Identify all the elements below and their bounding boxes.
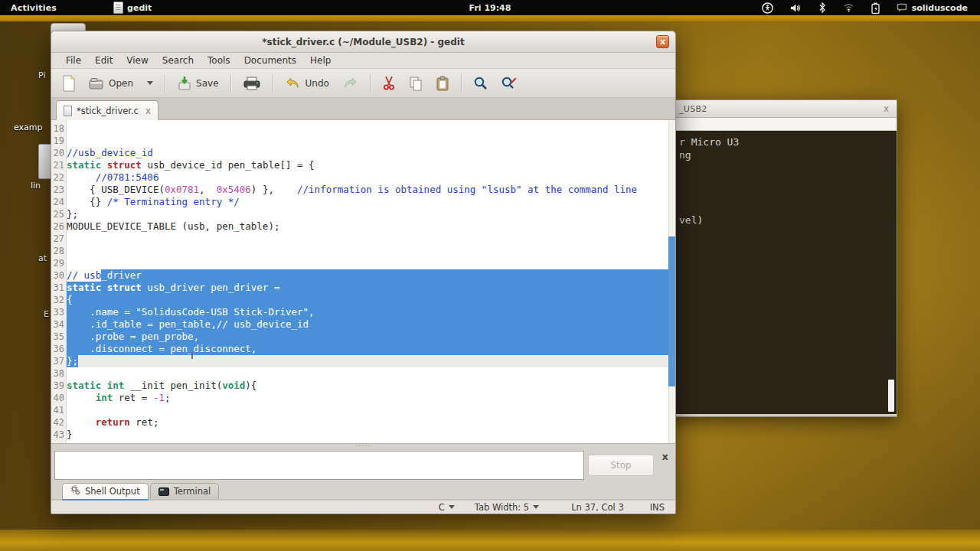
save-button-label: Save [196, 78, 218, 89]
toolbar-separator [461, 74, 462, 93]
code-line-20[interactable]: //usb_device_id [67, 147, 675, 159]
line-number: 37 [51, 355, 64, 367]
code-line-39[interactable]: static int __init pen_init(void){ [67, 380, 675, 392]
desktop-icon-label[interactable]: examp [14, 122, 43, 132]
editor-scrollbar[interactable] [668, 120, 675, 443]
cut-button[interactable] [377, 73, 400, 94]
user-menu[interactable]: soliduscode [897, 3, 968, 13]
code-line-34[interactable]: .id_table = pen_table,// usb_device_id [67, 318, 675, 331]
line-number: 42 [51, 416, 64, 429]
line-number: 41 [51, 404, 64, 416]
activities-button[interactable]: Activities [0, 3, 67, 13]
code-line-33[interactable]: .name = "SolidusCode-USB Stick-Driver", [67, 306, 675, 318]
desktop-icon-label[interactable]: lin [31, 181, 41, 191]
code-line-23[interactable]: { USB_DEVICE(0x0781, 0x5406) }, //inform… [67, 184, 675, 196]
chat-icon [897, 3, 907, 12]
code-line-29[interactable] [67, 257, 675, 269]
code-line-38[interactable] [67, 367, 675, 380]
wallpaper-top-band [0, 15, 980, 21]
bluetooth-icon[interactable] [818, 2, 826, 13]
code-line-18[interactable] [67, 122, 675, 135]
redo-button[interactable] [337, 73, 363, 93]
toolbar-separator [165, 74, 165, 93]
line-number: 36 [51, 343, 64, 355]
code-line-25[interactable]: }; [67, 208, 675, 220]
open-button[interactable]: Open [83, 73, 138, 93]
gears-icon [70, 485, 80, 497]
line-number: 32 [51, 294, 64, 306]
open-recent-dropdown[interactable] [141, 78, 158, 88]
desktop-icon[interactable] [38, 144, 51, 179]
terminal-close-button[interactable]: x [884, 103, 889, 114]
tab-terminal[interactable]: Terminal [150, 483, 220, 499]
print-button[interactable] [238, 73, 266, 94]
code-line-30[interactable]: // usb_driver [67, 269, 675, 282]
find-button[interactable] [469, 73, 493, 94]
mouse-cursor: I [191, 350, 198, 361]
code-line-36[interactable]: .disconnect = pen_disconnect, [67, 343, 675, 355]
code-line-19[interactable] [67, 135, 675, 147]
bottom-panel-tabs: Shell Output Terminal [51, 482, 675, 500]
panel-splitter[interactable]: ····· [51, 443, 675, 448]
undo-button-label: Undo [305, 78, 329, 89]
shell-output-view[interactable] [54, 451, 584, 480]
menu-edit[interactable]: Edit [88, 55, 119, 66]
code-line-40[interactable]: int ret = -1; [67, 392, 675, 404]
copy-button[interactable] [403, 73, 428, 94]
menu-file[interactable]: File [59, 55, 88, 66]
menu-view[interactable]: View [119, 55, 155, 66]
code-line-22[interactable]: //0781:5406 [67, 171, 675, 184]
tab-width-selector[interactable]: Tab Width: 5 [475, 502, 539, 513]
text-editor-area[interactable]: 1819202122232425262728293031323334353637… [51, 120, 675, 443]
code-area[interactable]: //usb_device_idstatic struct usb_device_… [67, 120, 675, 443]
terminal-scrollbar[interactable] [888, 380, 894, 412]
tab-close-icon[interactable]: x [145, 106, 151, 116]
status-bar: C Tab Width: 5 Ln 37, Col 3 INS [51, 500, 675, 514]
document-tab-label: *stick_driver.c [77, 106, 139, 116]
code-line-32[interactable]: { [67, 294, 675, 306]
window-close-button[interactable]: x [656, 35, 669, 48]
panel-close-icon[interactable]: x [662, 451, 668, 462]
menu-tools[interactable]: Tools [201, 55, 237, 66]
desktop-icon-label[interactable]: E [44, 309, 49, 319]
menu-help[interactable]: Help [303, 55, 338, 66]
code-line-31[interactable]: static struct usb_driver pen_driver = [67, 282, 675, 294]
code-line-42[interactable]: return ret; [67, 416, 675, 429]
code-line-41[interactable] [67, 404, 675, 416]
code-line-26[interactable]: MODULE_DEVICE_TABLE (usb, pen_table); [67, 220, 675, 233]
gedit-titlebar[interactable]: *stick_driver.c (~/Module_USB2) - gedit … [51, 31, 675, 53]
focused-app-indicator[interactable]: gedit [113, 2, 152, 14]
terminal-icon [158, 487, 169, 496]
line-number: 23 [51, 184, 64, 196]
undo-button[interactable]: Undo [280, 73, 334, 93]
menu-search[interactable]: Search [155, 55, 201, 66]
stop-button[interactable]: Stop [588, 455, 654, 476]
code-line-37[interactable]: }; [67, 355, 675, 367]
new-document-button[interactable] [57, 72, 80, 95]
code-line-43[interactable]: } [67, 429, 675, 441]
tab-width-label: Tab Width: 5 [475, 502, 529, 513]
line-number: 29 [51, 257, 64, 269]
code-line-27[interactable] [67, 233, 675, 245]
accessibility-icon[interactable] [762, 2, 773, 14]
code-line-28[interactable] [67, 245, 675, 257]
language-selector[interactable]: C [439, 502, 455, 513]
paste-button[interactable] [431, 73, 454, 94]
editor-scrollbar-thumb[interactable] [668, 236, 675, 386]
volume-icon[interactable] [790, 3, 802, 13]
save-button[interactable]: Save [172, 73, 223, 94]
battery-icon[interactable] [871, 2, 880, 14]
cursor-position: Ln 37, Col 3 [571, 502, 624, 513]
document-tab[interactable]: *stick_driver.c x [56, 100, 158, 120]
desktop-icon-label[interactable]: Pi [38, 70, 45, 80]
code-line-24[interactable]: {} /* Terminating entry */ [67, 196, 675, 208]
desktop-icon-label[interactable]: at [38, 253, 47, 263]
code-line-21[interactable]: static struct usb_device_id pen_table[] … [67, 159, 675, 171]
tab-shell-output[interactable]: Shell Output [62, 483, 149, 499]
toolbar-separator [273, 74, 273, 93]
network-icon[interactable] [843, 3, 854, 12]
menu-documents[interactable]: Documents [237, 55, 303, 66]
clock[interactable]: Fri 19:48 [469, 3, 511, 13]
replace-button[interactable] [496, 73, 522, 94]
code-line-35[interactable]: .probe = pen_probe, [67, 331, 675, 343]
